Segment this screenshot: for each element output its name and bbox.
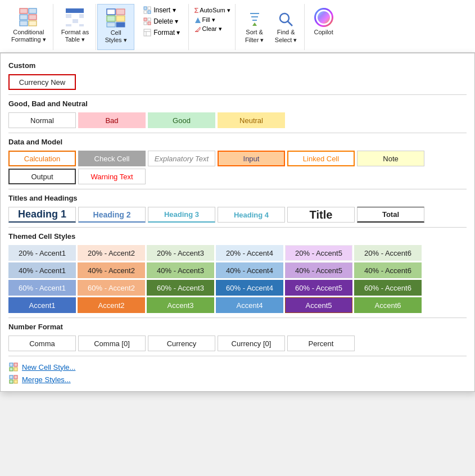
accent3-40-style[interactable]: 40% - Accent3: [147, 262, 214, 278]
insert-label: Insert ▾: [153, 6, 175, 14]
svg-line-41: [288, 21, 292, 26]
normal-style[interactable]: Normal: [8, 112, 76, 128]
accent3-60-style[interactable]: 60% - Accent3: [147, 280, 214, 296]
explanatory-text-style[interactable]: Explanatory Text: [148, 151, 215, 166]
accent5-20-style[interactable]: 20% - Accent5: [285, 245, 352, 261]
delete-button[interactable]: Delete ▾: [140, 16, 183, 26]
fill-icon: [194, 17, 201, 24]
fill-button[interactable]: Fill ▾: [194, 16, 230, 24]
accent6-60-style[interactable]: 60% - Accent6: [354, 280, 422, 296]
ribbon-group-format-table: Format asTable ▾: [55, 4, 97, 50]
accent6-40-style[interactable]: 40% - Accent6: [354, 262, 422, 278]
footer-links: New Cell Style... Merge Styles...: [8, 362, 467, 384]
conditional-formatting-icon: [17, 6, 40, 29]
percent-style[interactable]: Percent: [287, 336, 355, 351]
accent2-20-style[interactable]: 20% - Accent2: [78, 245, 145, 261]
heading2-style[interactable]: Heading 2: [78, 207, 146, 223]
currency-style[interactable]: Currency: [148, 336, 215, 351]
clear-icon: [194, 26, 201, 33]
ribbon-group-sort-find: Sort &Filter ▾ Find &Select ▾: [237, 4, 305, 50]
merge-styles-icon: [8, 374, 19, 384]
comma-style[interactable]: Comma: [8, 336, 76, 351]
svg-rect-1: [29, 8, 37, 13]
calculation-style[interactable]: Calculation: [8, 151, 76, 166]
new-cell-style-link[interactable]: New Cell Style...: [8, 362, 467, 372]
find-select-icon: [278, 10, 294, 28]
neutral-style[interactable]: Neutral: [218, 112, 285, 128]
accent3-20-style[interactable]: 20% - Accent3: [147, 245, 214, 261]
cell-styles-label: CellStyles ▾: [105, 29, 127, 44]
total-style[interactable]: Total: [357, 207, 424, 223]
sort-filter-button[interactable]: Sort &Filter ▾: [241, 9, 268, 44]
svg-rect-35: [195, 31, 198, 32]
merge-styles-label: Merge Styles...: [22, 375, 71, 384]
accent1-40-style[interactable]: 40% - Accent1: [8, 262, 76, 278]
format-button[interactable]: Format ▾: [140, 28, 183, 38]
accent6-solid-style[interactable]: Accent6: [354, 297, 422, 313]
clear-button[interactable]: Clear ▾: [194, 25, 230, 33]
svg-rect-21: [116, 22, 125, 27]
data-model-row2: Output Warning Text: [8, 169, 467, 184]
custom-style-grid: Currency New: [8, 74, 467, 90]
check-cell-style[interactable]: Check Cell: [78, 151, 146, 166]
accent4-60-style[interactable]: 60% - Accent4: [216, 280, 283, 296]
svg-rect-26: [144, 18, 147, 21]
heading4-style[interactable]: Heading 4: [218, 207, 285, 223]
copilot-button[interactable]: Copilot: [310, 5, 337, 37]
find-select-button[interactable]: Find &Select ▾: [273, 9, 300, 44]
accent6-20-style[interactable]: 20% - Accent6: [354, 245, 422, 261]
accent1-solid-style[interactable]: Accent1: [8, 297, 76, 313]
format-as-table-button[interactable]: Format asTable ▾: [59, 5, 92, 44]
accent5-60-style[interactable]: 60% - Accent5: [285, 280, 352, 296]
new-cell-style-label: New Cell Style...: [22, 363, 75, 371]
good-style[interactable]: Good: [148, 112, 215, 128]
page-wrap: ConditionalFormatting ▾: [0, 0, 475, 476]
divider-6: [8, 356, 467, 356]
currency0-style[interactable]: Currency [0]: [218, 336, 285, 351]
svg-marker-34: [196, 27, 200, 31]
svg-rect-50: [14, 375, 17, 379]
conditional-formatting-button[interactable]: ConditionalFormatting ▾: [9, 5, 48, 44]
svg-rect-15: [79, 24, 84, 26]
themed-row-40: 40% - Accent1 40% - Accent2 40% - Accent…: [8, 262, 467, 278]
output-style[interactable]: Output: [8, 169, 76, 184]
accent2-60-style[interactable]: 60% - Accent2: [78, 280, 145, 296]
ribbon-group-insert-delete-format: Insert ▾ Delete ▾: [135, 4, 188, 50]
currency-new-style[interactable]: Currency New: [8, 74, 76, 90]
accent5-solid-style[interactable]: Accent5: [285, 297, 352, 313]
heading3-style[interactable]: Heading 3: [148, 207, 215, 223]
autosum-button[interactable]: Σ AutoSum ▾: [194, 6, 230, 15]
svg-rect-9: [79, 14, 84, 18]
bad-style[interactable]: Bad: [78, 112, 146, 128]
format-table-icon: [64, 6, 86, 29]
svg-point-44: [318, 11, 330, 24]
accent4-20-style[interactable]: 20% - Accent4: [216, 245, 283, 261]
accent2-solid-style[interactable]: Accent2: [78, 297, 145, 313]
cell-styles-button[interactable]: CellStyles ▾: [102, 6, 129, 45]
divider-2: [8, 133, 467, 133]
warning-text-style[interactable]: Warning Text: [78, 169, 146, 184]
themed-row-solid: Accent1 Accent2 Accent3 Accent4 Accent5 …: [8, 297, 467, 313]
divider-3: [8, 189, 467, 189]
comma0-style[interactable]: Comma [0]: [78, 336, 146, 351]
heading1-style[interactable]: Heading 1: [8, 207, 76, 223]
themed-row-20: 20% - Accent1 20% - Accent2 20% - Accent…: [8, 245, 467, 261]
accent4-40-style[interactable]: 40% - Accent4: [216, 262, 283, 278]
format-label: Format ▾: [153, 29, 180, 37]
svg-rect-28: [144, 22, 147, 25]
accent2-40-style[interactable]: 40% - Accent2: [78, 262, 145, 278]
linked-cell-style[interactable]: Linked Cell: [287, 151, 355, 166]
accent1-20-style[interactable]: 20% - Accent1: [8, 245, 76, 261]
note-style[interactable]: Note: [357, 151, 424, 166]
insert-icon: [143, 6, 151, 14]
input-style[interactable]: Input: [218, 151, 285, 166]
accent3-solid-style[interactable]: Accent3: [147, 297, 214, 313]
accent5-40-style[interactable]: 40% - Accent5: [285, 262, 352, 278]
merge-styles-link[interactable]: Merge Styles...: [8, 374, 467, 384]
accent1-60-style[interactable]: 60% - Accent1: [8, 280, 76, 296]
title-style[interactable]: Title: [287, 207, 355, 223]
insert-button[interactable]: Insert ▾: [140, 5, 183, 15]
svg-rect-22: [144, 7, 147, 10]
accent4-solid-style[interactable]: Accent4: [216, 297, 283, 313]
svg-rect-6: [66, 8, 84, 13]
